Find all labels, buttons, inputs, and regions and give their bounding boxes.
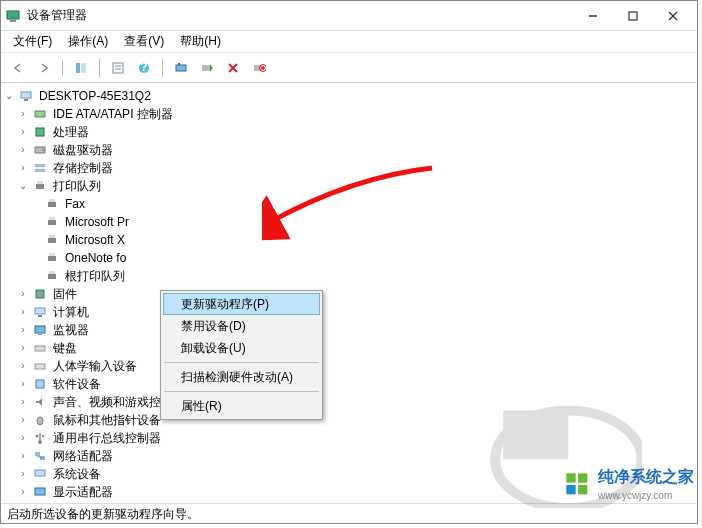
tree-node-cpu[interactable]: ›处理器 [3, 123, 695, 141]
svg-rect-45 [35, 346, 45, 351]
expander-icon[interactable]: › [17, 123, 29, 141]
tree-node-storage[interactable]: ›存储控制器 [3, 159, 695, 177]
node-label: 根打印队列 [63, 267, 127, 285]
tree-node-disk[interactable]: ›磁盘驱动器 [3, 141, 695, 159]
menu-separator [164, 362, 319, 363]
cpu-icon [32, 124, 48, 140]
expander-icon[interactable]: › [17, 429, 29, 447]
tree-node-onenote[interactable]: OneNote fo [3, 249, 695, 267]
expander-icon[interactable]: › [17, 393, 29, 411]
node-label: 磁盘驱动器 [51, 141, 115, 159]
menu-item-label: 卸载设备(U) [181, 340, 246, 357]
expander-icon[interactable]: ⌄ [17, 177, 29, 195]
svg-rect-63 [578, 485, 587, 494]
expander-icon[interactable]: › [17, 357, 29, 375]
forward-button[interactable] [33, 57, 55, 79]
svg-rect-53 [35, 452, 40, 456]
keyboard-icon [32, 340, 48, 356]
expander-icon[interactable]: › [17, 465, 29, 483]
watermark-logo-icon [564, 471, 592, 499]
printer-icon [44, 214, 60, 230]
tree-node-monitor[interactable]: ›监视器 [3, 321, 695, 339]
expander-icon[interactable]: › [17, 321, 29, 339]
printer-icon [44, 250, 60, 266]
software-icon [32, 376, 48, 392]
ide-icon [32, 106, 48, 122]
storage-icon [32, 160, 48, 176]
menu-properties[interactable]: 属性(R) [163, 395, 320, 417]
tree-node-keyboard[interactable]: ›键盘 [3, 339, 695, 357]
svg-rect-23 [36, 128, 44, 136]
svg-rect-7 [81, 63, 86, 73]
menu-uninstall-device[interactable]: 卸载设备(U) [163, 337, 320, 359]
menu-file[interactable]: 文件(F) [7, 31, 58, 52]
svg-rect-28 [36, 184, 44, 189]
tree-node-msprint[interactable]: Microsoft Pr [3, 213, 695, 231]
menu-scan-hardware[interactable]: 扫描检测硬件改动(A) [163, 366, 320, 388]
menu-item-label: 禁用设备(D) [181, 318, 246, 335]
tree-node-hid[interactable]: ›人体学输入设备 [3, 357, 695, 375]
minimize-button[interactable] [573, 2, 613, 30]
svg-rect-36 [48, 256, 56, 261]
printer-icon [44, 268, 60, 284]
update-driver-button[interactable] [196, 57, 218, 79]
svg-rect-15 [202, 65, 210, 71]
tree-node-computer[interactable]: ›计算机 [3, 303, 695, 321]
svg-rect-37 [49, 253, 55, 256]
tree-node-msxps[interactable]: Microsoft X [3, 231, 695, 249]
expander-icon[interactable]: › [17, 105, 29, 123]
tree-node-fax[interactable]: Fax [3, 195, 695, 213]
separator [162, 59, 163, 77]
expander-icon[interactable]: › [17, 411, 29, 429]
expander-icon[interactable]: ⌄ [3, 87, 15, 105]
menu-separator [164, 391, 319, 392]
menu-action[interactable]: 操作(A) [62, 31, 114, 52]
hid-icon [32, 358, 48, 374]
tree-node-ide[interactable]: ›IDE ATA/ATAPI 控制器 [3, 105, 695, 123]
app-icon [5, 8, 21, 24]
node-label: IDE ATA/ATAPI 控制器 [51, 105, 175, 123]
back-button[interactable] [7, 57, 29, 79]
menu-view[interactable]: 查看(V) [118, 31, 170, 52]
node-label: 软件设备 [51, 375, 103, 393]
show-hide-tree-button[interactable] [70, 57, 92, 79]
menu-disable-device[interactable]: 禁用设备(D) [163, 315, 320, 337]
svg-rect-56 [35, 470, 45, 476]
separator [99, 59, 100, 77]
svg-rect-21 [24, 99, 28, 101]
maximize-button[interactable] [613, 2, 653, 30]
menu-update-driver[interactable]: 更新驱动程序(P) [163, 293, 320, 315]
expander-icon[interactable]: › [17, 483, 29, 501]
node-label: 网络适配器 [51, 447, 115, 465]
window-controls [573, 2, 693, 30]
computer-icon [32, 304, 48, 320]
expander-icon[interactable]: › [17, 375, 29, 393]
menu-bar: 文件(F) 操作(A) 查看(V) 帮助(H) [1, 31, 697, 53]
expander-icon[interactable]: › [17, 303, 29, 321]
expander-icon[interactable]: › [17, 159, 29, 177]
svg-text:?: ? [140, 61, 147, 74]
svg-point-48 [37, 417, 43, 425]
svg-point-25 [42, 149, 44, 151]
expander-icon[interactable]: › [17, 339, 29, 357]
tree-node-printqueue[interactable]: ⌄打印队列 [3, 177, 695, 195]
help-button[interactable]: ? [133, 57, 155, 79]
tree-node-firmware[interactable]: ›固件 [3, 285, 695, 303]
printer-icon [32, 178, 48, 194]
menu-help[interactable]: 帮助(H) [174, 31, 227, 52]
tree-node-rootprint[interactable]: 根打印队列 [3, 267, 695, 285]
svg-rect-22 [35, 111, 45, 117]
disable-button[interactable] [248, 57, 270, 79]
close-button[interactable] [653, 2, 693, 30]
expander-icon[interactable]: › [17, 447, 29, 465]
node-label: 系统设备 [51, 465, 103, 483]
properties-button[interactable] [107, 57, 129, 79]
svg-point-51 [36, 435, 39, 438]
root-node[interactable]: ⌄ DESKTOP-45E31Q2 [3, 87, 695, 105]
expander-icon[interactable]: › [17, 141, 29, 159]
svg-rect-8 [113, 63, 123, 73]
svg-rect-43 [35, 326, 45, 333]
expander-icon[interactable]: › [17, 285, 29, 303]
uninstall-button[interactable] [222, 57, 244, 79]
scan-hardware-button[interactable] [170, 57, 192, 79]
